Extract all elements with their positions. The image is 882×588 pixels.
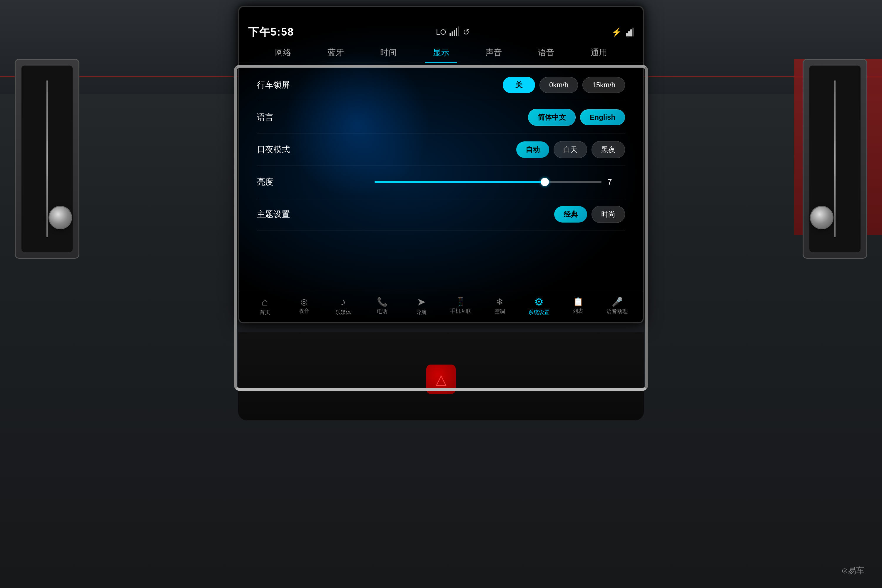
phone-icon: 📞	[377, 297, 388, 306]
drive-lock-label: 行车锁屏	[257, 80, 339, 90]
theme-controls: 经典 时尚	[339, 206, 625, 223]
settings-icon: ⚙	[534, 297, 544, 307]
tab-bluetooth[interactable]: 蓝牙	[310, 43, 362, 63]
left-volume-knob[interactable]	[48, 206, 72, 230]
nav-list[interactable]: 📋 列表	[559, 298, 598, 315]
left-vent	[15, 59, 80, 259]
nav-phone[interactable]: 📞 电话	[363, 297, 402, 315]
day-night-controls: 自动 白天 黑夜	[339, 141, 625, 158]
screen-bezel: 下午5:58 LO ↺ ⚡	[238, 6, 644, 323]
network-label: LO	[436, 28, 446, 37]
settings-content: 行车锁屏 关 0km/h 15km/h 语言 简体中文 English	[239, 63, 643, 290]
bottom-nav-bar: ⌂ 首页 ◎ 收音 ♪ 乐媒体 📞 电话 ➤ 导航	[239, 290, 643, 322]
language-controls: 简体中文 English	[339, 109, 625, 126]
watermark-text: ⊙易车	[842, 565, 864, 576]
nav-radio[interactable]: ◎ 收音	[284, 298, 323, 315]
nav-ac-label: 空调	[495, 308, 505, 315]
tab-time[interactable]: 时间	[362, 43, 415, 63]
navigation-icon: ➤	[417, 297, 426, 307]
bluetooth-icon: ⚡	[612, 27, 622, 37]
tab-sound[interactable]: 声音	[467, 43, 520, 63]
theme-fashion-button[interactable]: 时尚	[591, 206, 625, 223]
brightness-label: 亮度	[257, 176, 339, 188]
status-time: 下午5:58	[248, 25, 294, 39]
nav-voice-label: 语音助理	[606, 308, 628, 315]
drive-lock-row: 行车锁屏 关 0km/h 15km/h	[257, 69, 625, 101]
nav-radio-label: 收音	[299, 308, 309, 315]
day-night-row: 日夜模式 自动 白天 黑夜	[257, 134, 625, 166]
signal-bars-right	[626, 28, 634, 36]
drive-lock-15km-button[interactable]: 15km/h	[582, 77, 625, 93]
tab-general[interactable]: 通用	[572, 43, 625, 63]
brightness-row: 亮度 7	[257, 166, 625, 198]
home-icon: ⌂	[262, 297, 268, 307]
theme-row: 主题设置 经典 时尚	[257, 198, 625, 231]
nav-media[interactable]: ♪ 乐媒体	[323, 297, 363, 316]
nav-home-label: 首页	[260, 309, 270, 316]
hazard-icon: △	[436, 371, 447, 387]
theme-label: 主题设置	[257, 209, 339, 220]
nav-phone-connect-label: 手机互联	[450, 308, 471, 315]
top-bezel	[239, 7, 643, 22]
nav-home[interactable]: ⌂ 首页	[245, 297, 284, 316]
ac-icon: ❄	[496, 297, 503, 306]
watermark: ⊙易车	[842, 565, 864, 576]
language-english-button[interactable]: English	[580, 110, 625, 125]
radio-icon: ◎	[300, 298, 308, 306]
brightness-slider-track[interactable]	[375, 181, 602, 183]
brightness-slider-thumb[interactable]	[541, 178, 549, 186]
nav-media-label: 乐媒体	[335, 309, 351, 316]
hazard-button[interactable]: △	[426, 364, 456, 394]
connection-icon: ↺	[463, 27, 470, 37]
tab-network[interactable]: 网络	[257, 43, 310, 63]
car-interior: 下午5:58 LO ↺ ⚡	[0, 0, 882, 588]
status-bar: 下午5:58 LO ↺ ⚡	[239, 22, 643, 42]
status-center: LO ↺	[294, 27, 612, 38]
vent-line-left	[46, 80, 48, 237]
drive-lock-0km-button[interactable]: 0km/h	[540, 77, 578, 93]
voice-icon: 🎤	[612, 297, 623, 306]
brightness-slider-container: 7	[339, 177, 625, 187]
nav-phone-connect[interactable]: 📱 手机互联	[441, 298, 480, 315]
language-label: 语言	[257, 112, 339, 123]
language-chinese-button[interactable]: 简体中文	[528, 109, 576, 126]
tab-display[interactable]: 显示	[415, 43, 468, 63]
day-night-label: 日夜模式	[257, 144, 339, 155]
status-right: ⚡	[612, 27, 634, 37]
nav-navigation-label: 导航	[416, 309, 427, 316]
brightness-slider-fill	[375, 181, 545, 183]
nav-ac[interactable]: ❄ 空调	[480, 297, 519, 315]
signal-icon	[450, 27, 459, 38]
nav-tabs: 网络 蓝牙 时间 显示 声音 语音 通用	[239, 42, 643, 63]
drive-lock-controls: 关 0km/h 15km/h	[339, 77, 625, 93]
list-icon: 📋	[573, 298, 583, 306]
day-night-night-button[interactable]: 黑夜	[591, 141, 625, 158]
language-row: 语言 简体中文 English	[257, 101, 625, 134]
right-volume-knob[interactable]	[810, 206, 834, 230]
media-icon: ♪	[340, 297, 346, 307]
nav-settings[interactable]: ⚙ 系统设置	[519, 297, 558, 316]
nav-navigation[interactable]: ➤ 导航	[402, 297, 441, 316]
theme-classic-button[interactable]: 经典	[554, 206, 587, 222]
nav-list-label: 列表	[573, 308, 583, 315]
nav-voice[interactable]: 🎤 语音助理	[598, 297, 637, 315]
brightness-value: 7	[608, 177, 616, 187]
nav-settings-label: 系统设置	[528, 309, 549, 316]
right-vent	[802, 59, 867, 259]
tab-voice[interactable]: 语音	[520, 43, 572, 63]
drive-lock-off-button[interactable]: 关	[503, 77, 535, 93]
day-night-auto-button[interactable]: 自动	[516, 141, 549, 158]
phone-connect-icon: 📱	[455, 298, 466, 306]
nav-phone-label: 电话	[377, 308, 387, 315]
main-screen: 下午5:58 LO ↺ ⚡	[239, 22, 643, 322]
day-night-day-button[interactable]: 白天	[554, 141, 587, 158]
